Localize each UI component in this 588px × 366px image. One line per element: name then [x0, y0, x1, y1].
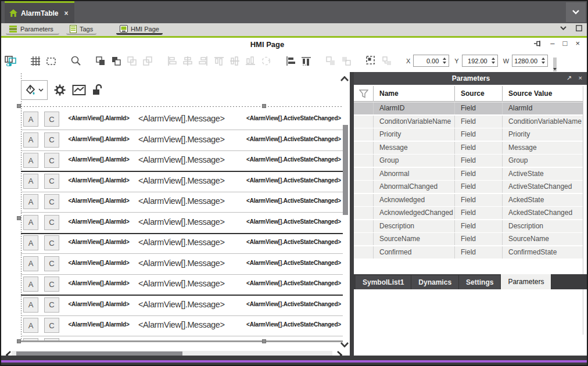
- confirm-button[interactable]: C: [44, 256, 59, 271]
- cell-name[interactable]: Description: [373, 220, 454, 232]
- ack-button[interactable]: A: [23, 132, 38, 148]
- y-stepper-icon[interactable]: [489, 55, 497, 66]
- alarm-table-row[interactable]: AC<AlarmView[].AlarmId><AlarmView[].Mess…: [21, 150, 343, 171]
- confirm-button[interactable]: C: [44, 277, 59, 292]
- send-backward-icon[interactable]: [142, 55, 153, 67]
- cell-name[interactable]: AbnormalChanged: [373, 181, 454, 193]
- alarm-table-row[interactable]: AC<AlarmView[].AlarmId><AlarmView[].Mess…: [21, 109, 343, 130]
- close-icon[interactable]: ×: [575, 40, 580, 48]
- parameter-row[interactable]: AbnormalChangedFieldActiveStateChanged: [354, 181, 583, 193]
- tab-parameters[interactable]: Parameters: [6, 24, 59, 35]
- confirm-button[interactable]: C: [44, 153, 59, 168]
- cell-source-value[interactable]: AlarmId: [502, 102, 583, 114]
- alarm-table-row[interactable]: AC<AlarmView[].AlarmId><AlarmView[].Mess…: [21, 171, 343, 192]
- ack-button[interactable]: A: [23, 174, 38, 189]
- cell-source-type[interactable]: Field: [454, 116, 502, 128]
- w-input[interactable]: 1280.00: [512, 55, 548, 67]
- selection-handle[interactable]: [262, 339, 266, 343]
- confirm-button[interactable]: C: [44, 215, 59, 230]
- cell-source-type[interactable]: Field: [454, 155, 502, 167]
- make-same-height-icon[interactable]: [341, 55, 352, 67]
- ack-button[interactable]: A: [23, 235, 38, 250]
- parameter-row[interactable]: GroupFieldGroup: [354, 155, 583, 167]
- selection-handle[interactable]: [17, 104, 21, 108]
- vertical-scrollbar-thumb[interactable]: [343, 125, 348, 215]
- tab-alarmtable[interactable]: AlarmTable ×: [5, 1, 74, 23]
- alarm-table-row[interactable]: AC<AlarmView[].AlarmId><AlarmView[].Mess…: [21, 315, 343, 336]
- alarm-table-row[interactable]: AC<AlarmView[].AlarmId><AlarmView[].Mess…: [21, 213, 343, 233]
- cell-source-value[interactable]: ActiveStateChanged: [502, 181, 583, 193]
- panel-tab-parameters[interactable]: Parameters: [501, 274, 551, 289]
- panel-tab-symbollist1[interactable]: SymbolList1: [356, 275, 411, 289]
- popup-window-icon[interactable]: ↗: [567, 74, 572, 82]
- confirm-button[interactable]: C: [44, 297, 59, 313]
- distribute-vertical-icon[interactable]: [301, 55, 311, 67]
- parameter-row[interactable]: AcknowledgedFieldAckedState: [354, 194, 583, 206]
- cell-source-type[interactable]: Field: [454, 181, 502, 193]
- cell-name[interactable]: AcknowledgedChanged: [373, 207, 454, 219]
- parameter-row[interactable]: DescriptionFieldDescription: [354, 220, 583, 232]
- selection-handle[interactable]: [17, 216, 21, 220]
- align-center-icon[interactable]: [182, 55, 193, 67]
- parameter-row[interactable]: PriorityFieldPriority: [354, 128, 583, 141]
- unlocked-padlock-icon[interactable]: [92, 84, 102, 96]
- cell-source-value[interactable]: ConfirmedState: [502, 246, 583, 259]
- make-same-width-icon[interactable]: [325, 55, 336, 67]
- selection-handle[interactable]: [262, 104, 266, 108]
- align-left-icon[interactable]: [167, 55, 177, 67]
- align-bottom-icon[interactable]: [245, 55, 256, 67]
- cell-name[interactable]: Message: [373, 142, 454, 154]
- scroll-up-button[interactable]: [339, 74, 350, 82]
- select-objects-icon[interactable]: [365, 55, 377, 67]
- cell-source-value[interactable]: SourceName: [502, 233, 583, 245]
- ack-button[interactable]: A: [23, 215, 38, 230]
- cell-source-value[interactable]: Group: [502, 155, 583, 167]
- snap-to-grid-icon[interactable]: [46, 55, 56, 67]
- parameter-row[interactable]: AlarmIDFieldAlarmId: [354, 102, 583, 114]
- alarm-table-row[interactable]: AC<AlarmView[].AlarmId><AlarmView[].Mess…: [21, 295, 343, 315]
- cell-source-type[interactable]: Field: [454, 233, 502, 245]
- ack-button[interactable]: A: [23, 277, 38, 292]
- ack-button[interactable]: A: [23, 112, 38, 127]
- cell-source-type[interactable]: Field: [454, 220, 502, 232]
- ack-button[interactable]: A: [23, 318, 38, 333]
- chevron-down-icon[interactable]: [560, 26, 567, 30]
- parameter-row[interactable]: SourceNameFieldSourceName: [354, 233, 583, 245]
- confirm-button[interactable]: C: [44, 112, 59, 127]
- maximize-icon[interactable]: □: [563, 40, 568, 48]
- confirm-button[interactable]: C: [44, 318, 59, 333]
- panel-tab-dynamics[interactable]: Dynamics: [411, 275, 459, 289]
- tab-tags[interactable]: Tags: [66, 24, 96, 35]
- chart-style-icon[interactable]: [72, 84, 86, 96]
- cell-source-value[interactable]: ActiveState: [502, 168, 583, 180]
- toolbar-overflow-button[interactable]: [553, 58, 557, 71]
- w-stepper-icon[interactable]: [539, 55, 547, 66]
- align-middle-icon[interactable]: [230, 55, 240, 67]
- bring-forward-icon[interactable]: [127, 55, 137, 67]
- filter-funnel-icon[interactable]: [354, 86, 373, 102]
- align-top-icon[interactable]: [214, 55, 224, 67]
- cell-name[interactable]: ConditonVariableName: [373, 116, 454, 128]
- group-objects-icon[interactable]: [382, 55, 392, 67]
- alarm-table-row[interactable]: AC<AlarmView[].AlarmId><AlarmView[].Mess…: [21, 274, 343, 295]
- cell-name[interactable]: Acknowledged: [373, 194, 454, 206]
- alarm-table-row[interactable]: AC<AlarmView[].AlarmId><AlarmView[].Mess…: [21, 130, 343, 150]
- column-header-name[interactable]: Name: [373, 86, 454, 102]
- cell-source-value[interactable]: AckedState: [502, 194, 583, 206]
- y-input[interactable]: 192.00: [462, 55, 498, 67]
- ack-button[interactable]: A: [23, 297, 38, 313]
- distribute-horizontal-icon[interactable]: [285, 55, 296, 67]
- design-canvas[interactable]: AC<AlarmView[].AlarmId><AlarmView[].Mess…: [3, 72, 350, 360]
- confirm-button[interactable]: C: [44, 194, 59, 209]
- zoom-icon[interactable]: [70, 55, 81, 67]
- parameters-panel-header[interactable]: Parameters ↗ ×: [354, 72, 588, 85]
- cell-source-type[interactable]: Field: [454, 194, 502, 206]
- confirm-button[interactable]: C: [44, 132, 59, 148]
- alarm-table-row[interactable]: AC<AlarmView[].AlarmId><AlarmView[].Mess…: [21, 254, 343, 274]
- cell-source-value[interactable]: AckedStateChanged: [502, 207, 583, 219]
- send-to-back-icon[interactable]: [111, 55, 121, 67]
- parameter-row[interactable]: AbnormalFieldActiveState: [354, 168, 583, 180]
- cell-source-type[interactable]: Field: [454, 246, 502, 259]
- parameter-row[interactable]: MessageFieldMessage: [354, 142, 583, 154]
- cell-source-value[interactable]: Priority: [502, 128, 583, 141]
